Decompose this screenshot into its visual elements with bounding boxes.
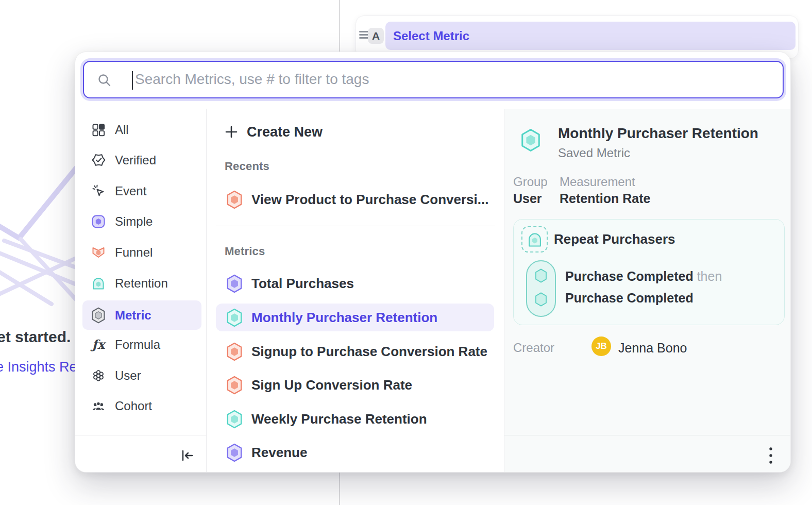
section-divider xyxy=(216,226,495,226)
creator-avatar: JB xyxy=(591,336,611,356)
metric-row-revenue[interactable]: Revenue xyxy=(216,435,494,469)
funnel-metric-icon xyxy=(91,245,106,260)
verified-badge-icon xyxy=(91,153,106,168)
recent-metric-row[interactable]: View Product to Purchase Conversi... xyxy=(216,182,494,216)
series-a-badge: A xyxy=(368,28,384,44)
plus-icon xyxy=(224,125,239,139)
metric-name: View Product to Purchase Conversi... xyxy=(251,192,488,208)
event-hexagon-icon xyxy=(534,268,548,283)
then-connector: then xyxy=(697,269,722,283)
sidebar-item-label: Event xyxy=(115,184,146,198)
funnel-hexagon-icon xyxy=(226,342,243,361)
metrics-section-label: Metrics xyxy=(225,245,265,258)
sidebar-item-retention[interactable]: Retention xyxy=(82,268,201,298)
detail-title: Monthly Purchaser Retention xyxy=(558,125,758,142)
sidebar-item-formula[interactable]: ƒx Formula xyxy=(82,330,201,359)
modal-columns: All Verified xyxy=(75,109,790,472)
sidebar-item-label: Formula xyxy=(115,338,160,352)
drag-handle-icon[interactable] xyxy=(359,31,368,39)
metric-name: Weekly Purchase Retention xyxy=(251,411,427,427)
background-insights-link-fragment[interactable]: e Insights Re xyxy=(0,359,83,375)
metric-list-column: Create New Recents View Product to Purch… xyxy=(207,109,504,472)
creator-name: Jenna Bono xyxy=(618,341,687,356)
create-new-button[interactable]: Create New xyxy=(216,120,494,144)
more-options-button[interactable] xyxy=(760,445,782,466)
sidebar-item-label: Simple xyxy=(115,214,153,229)
creator-label: Creator xyxy=(513,341,554,355)
grid-icon xyxy=(91,122,106,138)
select-metric-button[interactable]: Select Metric xyxy=(385,22,796,50)
sidebar-item-label: Funnel xyxy=(115,245,153,260)
metric-row-sign-up-conversion-rate[interactable]: Sign Up Conversion Rate xyxy=(216,368,494,402)
recents-section-label: Recents xyxy=(225,160,269,173)
event-sequence-pill xyxy=(526,260,556,317)
metric-picker-modal: All Verified xyxy=(75,52,791,473)
sidebar-footer-divider xyxy=(75,435,207,435)
sidebar-item-verified[interactable]: Verified xyxy=(82,145,201,175)
simple-metric-icon xyxy=(91,214,106,229)
retention-definition-icon xyxy=(521,226,548,252)
measurement-label: Measurement xyxy=(560,175,635,189)
search-box xyxy=(83,61,784,98)
sidebar-item-metric[interactable]: Metric xyxy=(82,300,201,330)
definition-step-1: Purchase Completed then xyxy=(565,269,722,284)
metric-row-signup-to-purchase-conversion-rate[interactable]: Signup to Purchase Conversion Rate xyxy=(216,334,494,368)
group-value: User xyxy=(513,191,542,206)
metric-name: Sign Up Conversion Rate xyxy=(251,377,412,393)
retention-hexagon-icon xyxy=(226,410,243,429)
formula-icon: ƒx xyxy=(91,337,106,352)
step-1-event: Purchase Completed xyxy=(565,269,693,283)
search-icon xyxy=(97,73,112,88)
sidebar-item-label: User xyxy=(115,368,141,383)
detail-footer-divider xyxy=(504,435,790,435)
sidebar-item-user[interactable]: User xyxy=(82,361,201,390)
search-input[interactable] xyxy=(135,64,774,95)
group-label: Group xyxy=(513,175,548,189)
type-filter-sidebar: All Verified xyxy=(75,109,207,472)
create-new-label: Create New xyxy=(247,124,323,140)
collapse-left-icon xyxy=(180,449,194,462)
metric-definition-card: Repeat Purchasers Purchase Completed the… xyxy=(513,219,785,325)
cohort-people-icon xyxy=(91,398,106,414)
sidebar-item-cohort[interactable]: Cohort xyxy=(82,391,201,420)
funnel-hexagon-icon xyxy=(226,376,243,395)
metric-name: Total Purchases xyxy=(251,276,354,292)
metric-row-monthly-purchaser-retention[interactable]: Monthly Purchaser Retention xyxy=(216,304,494,331)
metric-hexagon-icon xyxy=(91,308,106,323)
metric-name: Signup to Purchase Conversion Rate xyxy=(251,344,487,360)
retention-metric-icon xyxy=(91,276,106,291)
collapse-sidebar-button[interactable] xyxy=(176,445,198,466)
metric-name: Revenue xyxy=(251,445,307,461)
definition-step-2: Purchase Completed xyxy=(565,291,693,306)
retention-hexagon-icon xyxy=(520,128,542,154)
sidebar-item-all[interactable]: All xyxy=(82,115,201,144)
screen: et started. e Insights Re A Select Metri… xyxy=(0,0,812,505)
event-cursor-icon xyxy=(91,183,106,199)
sidebar-item-event[interactable]: Event xyxy=(82,176,201,206)
sidebar-item-label: Metric xyxy=(115,308,151,323)
background-heading-fragment: et started. xyxy=(0,328,84,346)
event-hexagon-icon xyxy=(534,292,548,307)
definition-title: Repeat Purchasers xyxy=(554,231,675,247)
simple-hexagon-icon xyxy=(226,443,243,462)
sidebar-item-label: Cohort xyxy=(115,399,152,413)
retention-hexagon-icon xyxy=(226,308,243,327)
sidebar-item-label: Verified xyxy=(115,153,156,167)
sidebar-item-funnel[interactable]: Funnel xyxy=(82,238,201,267)
metric-row-weekly-purchase-retention[interactable]: Weekly Purchase Retention xyxy=(216,402,494,436)
metric-name: Monthly Purchaser Retention xyxy=(251,310,437,326)
sidebar-item-label: Retention xyxy=(115,276,168,291)
sidebar-item-simple[interactable]: Simple xyxy=(82,207,201,236)
detail-subtitle: Saved Metric xyxy=(558,146,630,160)
funnel-hexagon-icon xyxy=(226,190,243,209)
metric-detail-panel: Monthly Purchaser Retention Saved Metric… xyxy=(504,109,790,472)
step-2-event: Purchase Completed xyxy=(565,291,693,305)
sidebar-item-label: All xyxy=(115,123,129,137)
measurement-value: Retention Rate xyxy=(560,191,650,206)
text-caret xyxy=(132,71,133,90)
kebab-menu-icon xyxy=(769,447,773,464)
metric-row-total-purchases[interactable]: Total Purchases xyxy=(216,266,494,300)
simple-hexagon-icon xyxy=(226,274,243,293)
user-cluster-icon xyxy=(91,368,106,383)
